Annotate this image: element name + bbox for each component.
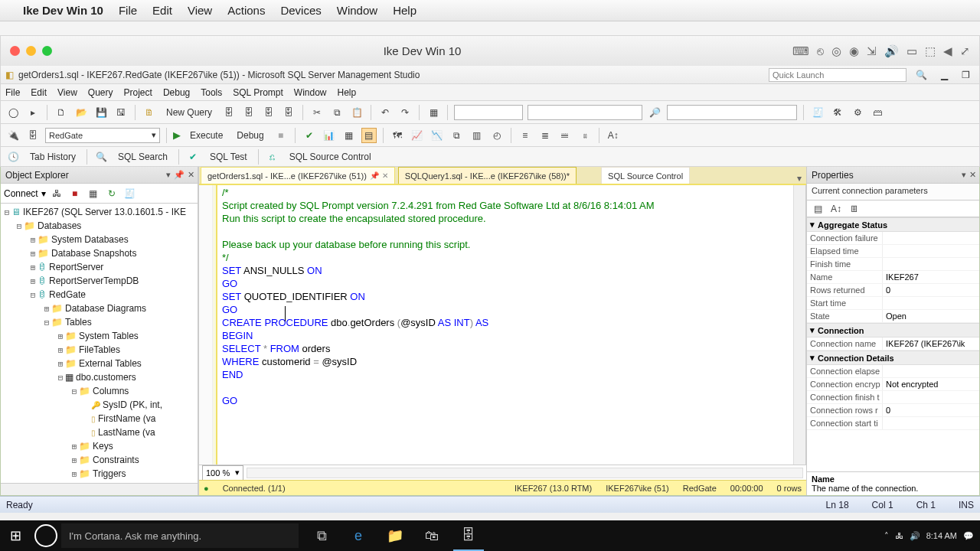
sort-icon[interactable]: A↕: [606, 128, 621, 143]
tray-notifications-icon[interactable]: 💬: [963, 531, 974, 541]
rg-tool3-icon[interactable]: 🗃: [870, 105, 885, 120]
client-stats-icon[interactable]: ⧉: [449, 128, 465, 143]
db-query2-icon[interactable]: 🗄: [241, 105, 256, 120]
tree-redgate[interactable]: RedGate: [49, 289, 86, 302]
tab-pin-icon[interactable]: 📌: [370, 171, 379, 180]
store-icon[interactable]: 🛍: [416, 520, 447, 551]
object-explorer-tree[interactable]: ⊟🖥IKEF267 (SQL Server 13.0.1601.5 - IKE …: [1, 204, 198, 483]
tree-toggle[interactable]: ⊞: [28, 261, 38, 274]
menu-debug[interactable]: Debug: [163, 87, 190, 98]
display-icon[interactable]: ▭: [906, 44, 917, 58]
tree-toggle[interactable]: ⊞: [70, 454, 79, 467]
tray-network-icon[interactable]: 🖧: [895, 531, 903, 540]
menu-window[interactable]: Window: [294, 87, 327, 98]
menu-edit[interactable]: Edit: [31, 87, 47, 98]
comment-icon[interactable]: ⩸: [557, 128, 573, 143]
editor-hscrollbar[interactable]: [247, 468, 803, 478]
collapse-icon[interactable]: ▾: [810, 220, 815, 230]
mac-menu-window[interactable]: Window: [337, 4, 377, 17]
windows-taskbar[interactable]: ⊞ I'm Cortana. Ask me anything. ⧉ e 📁 🛍 …: [0, 520, 980, 551]
sql-editor[interactable]: /* Script created by SQL Prompt version …: [217, 185, 793, 465]
ssms-task-icon[interactable]: 🗄: [453, 520, 484, 551]
undo-icon[interactable]: ↶: [377, 105, 393, 120]
menu-view[interactable]: View: [57, 87, 77, 98]
tree-toggle[interactable]: ⊞: [28, 233, 38, 246]
file-explorer-icon[interactable]: 📁: [380, 520, 410, 551]
cortana-search-input[interactable]: I'm Cortana. Ask me anything.: [61, 523, 299, 548]
tree-tables[interactable]: Tables: [65, 316, 92, 329]
debug-button[interactable]: Debug: [232, 128, 268, 143]
new-query-button[interactable]: New Query: [162, 105, 217, 120]
tree-constraints[interactable]: Constraints: [93, 454, 139, 467]
restore-icon[interactable]: ❐: [957, 70, 975, 80]
minimize-icon[interactable]: ▁: [936, 70, 952, 80]
new-project-icon[interactable]: 🗋: [54, 105, 69, 120]
tray-up-icon[interactable]: ˄: [884, 531, 889, 541]
edge-icon[interactable]: e: [343, 520, 374, 551]
tree-exttables[interactable]: External Tables: [79, 357, 142, 370]
save-all-icon[interactable]: 🖫: [113, 105, 129, 120]
results-grid-icon[interactable]: ▦: [341, 128, 357, 143]
mac-menu-file[interactable]: File: [119, 4, 137, 17]
plan-icon[interactable]: 📊: [322, 128, 337, 143]
tab-close-icon[interactable]: ✕: [382, 171, 388, 180]
properties-grid[interactable]: ▾Aggregate Status Connection failure Ela…: [807, 217, 979, 471]
editor-vscrollbar[interactable]: [793, 185, 805, 465]
db-query4-icon[interactable]: 🗄: [281, 105, 296, 120]
oe-refresh-icon[interactable]: ↻: [104, 186, 119, 201]
usb-icon[interactable]: ⎋: [817, 44, 824, 58]
share-icon[interactable]: ⬚: [925, 44, 936, 58]
sql-test-button[interactable]: SQL Test: [205, 149, 252, 165]
props-pages-icon[interactable]: 🗏: [847, 201, 862, 217]
live-stats-icon[interactable]: 📉: [430, 128, 445, 143]
tree-toggle[interactable]: ⊞: [56, 330, 65, 343]
tree-toggle[interactable]: ⊟: [70, 385, 79, 398]
alpha-icon[interactable]: A↕: [828, 201, 844, 217]
system-tray[interactable]: ˄ 🖧 🔊 8:14 AM 💬: [878, 531, 980, 541]
copy-icon[interactable]: ⧉: [329, 105, 345, 120]
sql-search-button[interactable]: SQL Search: [113, 149, 172, 165]
mac-menu-actions[interactable]: Actions: [227, 4, 265, 17]
keyboard-icon[interactable]: ⌨: [792, 44, 809, 58]
execute-button[interactable]: Execute: [185, 128, 227, 143]
redo-icon[interactable]: ↷: [397, 105, 413, 120]
collapse-icon[interactable]: ▾: [810, 353, 815, 363]
db-query3-icon[interactable]: 🗄: [261, 105, 276, 120]
tree-server[interactable]: IKEF267 (SQL Server 13.0.1601.5 - IKE: [23, 206, 186, 219]
tree-toggle[interactable]: ⊟: [15, 220, 24, 233]
cortana-icon[interactable]: [34, 524, 57, 547]
props-close-icon[interactable]: ✕: [969, 170, 976, 180]
sql-sc-button[interactable]: SQL Source Control: [285, 149, 376, 165]
mac-menu-devices[interactable]: Devices: [280, 4, 321, 17]
db-query1-icon[interactable]: 🗄: [221, 105, 237, 120]
tree-toggle[interactable]: ⊞: [56, 344, 65, 357]
tree-filetables[interactable]: FileTables: [79, 344, 120, 357]
fullscreen-icon[interactable]: ⤢: [960, 44, 970, 58]
save-icon[interactable]: 💾: [93, 105, 109, 120]
find-combo[interactable]: [667, 105, 797, 120]
zoom-window-icon[interactable]: [42, 46, 52, 56]
solution-combo[interactable]: [454, 105, 523, 120]
tree-col-lastname[interactable]: LastName (va: [98, 426, 155, 439]
collapse-icon[interactable]: ▾: [810, 325, 815, 335]
categorize-icon[interactable]: ▤: [810, 201, 825, 217]
menu-help[interactable]: Help: [338, 87, 357, 98]
ssms-menu-bar[interactable]: File Edit View Query Project Debug Tools…: [0, 84, 980, 101]
tree-toggle[interactable]: ⊟: [2, 206, 11, 219]
outdent-icon[interactable]: ≣: [537, 128, 553, 143]
tree-reportservertemp[interactable]: ReportServerTempDB: [49, 275, 139, 288]
menu-tools[interactable]: Tools: [201, 87, 222, 98]
tree-triggers[interactable]: Triggers: [93, 468, 126, 481]
menu-file[interactable]: File: [5, 87, 20, 98]
tree-toggle[interactable]: ⊞: [28, 247, 38, 260]
config-combo[interactable]: [528, 105, 642, 120]
nav-fwd-icon[interactable]: ▸: [25, 105, 41, 120]
tree-toggle[interactable]: ⊞: [42, 302, 51, 315]
tree-toggle[interactable]: ⊟: [42, 316, 51, 329]
tree-customers[interactable]: dbo.customers: [76, 371, 136, 384]
oe-hscrollbar[interactable]: [1, 483, 198, 495]
plan2-icon[interactable]: 🗺: [390, 128, 405, 143]
cut-icon[interactable]: ✂: [309, 105, 325, 120]
tree-toggle[interactable]: ⊞: [70, 468, 79, 481]
db-icon[interactable]: 🗄: [25, 128, 41, 143]
